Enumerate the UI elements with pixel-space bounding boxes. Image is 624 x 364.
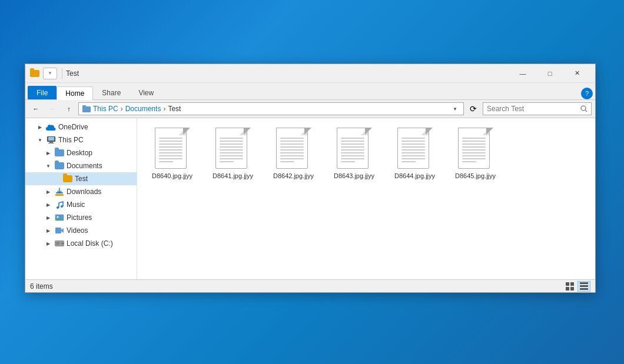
svg-point-16 xyxy=(62,243,64,245)
item-count: 6 items xyxy=(30,282,53,290)
svg-line-3 xyxy=(585,110,587,112)
sidebar-item-downloads[interactable]: ▶ Downloads xyxy=(25,185,137,198)
ribbon-tabs: File Home Share View ? xyxy=(25,83,595,99)
sidebar-item-desktop[interactable]: ▶ Desktop xyxy=(25,146,137,159)
maximize-button[interactable]: □ xyxy=(536,64,563,83)
expand-arrow-pictures[interactable]: ▶ xyxy=(44,213,52,222)
file-item[interactable]: D8641.jpg.jjyy xyxy=(205,125,261,182)
address-dropdown-btn[interactable]: ▼ xyxy=(450,102,460,115)
expand-arrow-thispc[interactable]: ▼ xyxy=(36,136,44,144)
breadcrumb-test: Test xyxy=(168,105,181,113)
sidebar-label-localdisk: Local Disk (C:) xyxy=(67,239,113,248)
sidebar-item-music[interactable]: ▶ Music xyxy=(25,198,137,211)
explorer-window: ▼ Test — □ ✕ File Home Share View ? ← → … xyxy=(25,64,596,293)
svg-rect-19 xyxy=(566,282,569,286)
breadcrumb-documents[interactable]: Documents xyxy=(125,105,161,113)
view-grid-button[interactable] xyxy=(563,281,576,292)
view-tiles-button[interactable] xyxy=(577,281,590,292)
sidebar-label-downloads: Downloads xyxy=(67,188,101,196)
svg-rect-6 xyxy=(49,142,53,143)
svg-rect-1 xyxy=(82,105,86,108)
expand-arrow-desktop[interactable]: ▶ xyxy=(44,149,52,157)
expand-arrow-music[interactable]: ▶ xyxy=(44,201,52,209)
sidebar-item-localdisk[interactable]: ▶ Local Disk (C:) xyxy=(25,237,137,250)
folder-icon-desktop xyxy=(55,149,64,156)
sidebar-item-thispc[interactable]: ▼ This PC xyxy=(25,133,137,146)
disk-icon xyxy=(55,239,64,248)
refresh-button[interactable]: ⟳ xyxy=(466,102,480,115)
file-name: D8643.jpg.jjyy xyxy=(334,172,374,179)
file-item[interactable]: D8640.jpg.jjyy xyxy=(144,125,200,182)
tab-file[interactable]: File xyxy=(28,86,57,99)
svg-rect-23 xyxy=(580,282,588,284)
svg-rect-20 xyxy=(570,282,574,286)
tab-share[interactable]: Share xyxy=(93,86,130,99)
tab-view[interactable]: View xyxy=(130,86,162,99)
file-area: D8640.jpg.jjyy xyxy=(137,118,595,279)
close-button[interactable]: ✕ xyxy=(563,64,590,83)
sidebar-label-music: Music xyxy=(67,201,85,209)
up-button[interactable]: ↑ xyxy=(62,102,76,115)
svg-rect-21 xyxy=(566,287,569,290)
file-item[interactable]: D8643.jpg.jjyy xyxy=(326,125,382,182)
sidebar-item-documents[interactable]: ▼ Documents xyxy=(25,159,137,172)
tab-home[interactable]: Home xyxy=(57,86,93,100)
main-area: ▶ OneDrive ▼ This PC ▶ xyxy=(25,118,595,279)
expand-arrow-downloads[interactable]: ▶ xyxy=(44,188,52,196)
file-name: D8644.jpg.jjyy xyxy=(394,172,435,179)
window-title: Test xyxy=(66,69,509,78)
search-input[interactable] xyxy=(487,105,580,113)
help-button[interactable]: ? xyxy=(581,88,593,99)
svg-rect-18 xyxy=(56,244,59,245)
search-box[interactable] xyxy=(483,102,592,115)
back-button[interactable]: ← xyxy=(29,102,43,115)
sidebar-item-pictures[interactable]: ▶ Pictures xyxy=(25,211,137,224)
expand-arrow-localdisk[interactable]: ▶ xyxy=(44,239,52,248)
expand-arrow-onedrive[interactable]: ▶ xyxy=(36,123,44,131)
folder-icon-test xyxy=(63,175,72,182)
sidebar: ▶ OneDrive ▼ This PC ▶ xyxy=(25,118,137,279)
cloud-icon xyxy=(46,123,57,131)
sidebar-label-videos: Videos xyxy=(67,226,88,235)
file-name: D8640.jpg.jjyy xyxy=(152,172,192,179)
address-box[interactable]: This PC › Documents › Test ▼ xyxy=(78,102,464,115)
title-divider xyxy=(62,68,62,79)
sidebar-item-test[interactable]: ▶ Test xyxy=(25,172,137,185)
svg-rect-8 xyxy=(55,194,64,196)
tiles-view-icon xyxy=(580,282,588,290)
file-item[interactable]: D8645.jpg.jjyy xyxy=(447,125,503,182)
file-name: D8645.jpg.jjyy xyxy=(455,172,496,179)
file-icon xyxy=(215,128,251,170)
window-controls: — □ ✕ xyxy=(509,64,590,83)
folder-address-icon xyxy=(82,105,91,112)
svg-point-2 xyxy=(581,106,586,111)
sidebar-item-onedrive[interactable]: ▶ OneDrive xyxy=(25,121,137,133)
expand-arrow-videos[interactable]: ▶ xyxy=(44,226,52,235)
svg-rect-22 xyxy=(570,287,574,290)
svg-rect-13 xyxy=(55,228,61,233)
downloads-icon xyxy=(55,187,64,196)
minimize-button[interactable]: — xyxy=(509,64,536,83)
sidebar-label-pictures: Pictures xyxy=(67,213,92,222)
breadcrumb-thispc[interactable]: This PC xyxy=(93,105,118,113)
file-icon xyxy=(276,128,311,170)
sidebar-item-videos[interactable]: ▶ Videos xyxy=(25,224,137,237)
svg-rect-25 xyxy=(580,288,588,290)
title-folder-icon xyxy=(30,69,39,78)
file-name: D8641.jpg.jjyy xyxy=(213,172,253,179)
sidebar-label-onedrive: OneDrive xyxy=(58,123,88,131)
forward-button[interactable]: → xyxy=(45,102,59,115)
file-item[interactable]: D8642.jpg.jjyy xyxy=(265,125,321,182)
grid-view-icon xyxy=(566,282,574,290)
folder-icon-documents xyxy=(55,162,64,169)
expand-arrow-documents[interactable]: ▼ xyxy=(44,162,52,170)
svg-point-12 xyxy=(57,216,59,218)
videos-icon xyxy=(55,226,64,235)
file-icon xyxy=(155,128,190,170)
sidebar-label-test: Test xyxy=(75,175,88,183)
pc-icon xyxy=(47,136,56,144)
svg-rect-7 xyxy=(48,143,54,143)
quick-access-btn-1[interactable]: ▼ xyxy=(43,68,57,79)
file-item[interactable]: D8644.jpg.jjyy xyxy=(387,125,443,182)
status-bar: 6 items xyxy=(25,279,595,292)
